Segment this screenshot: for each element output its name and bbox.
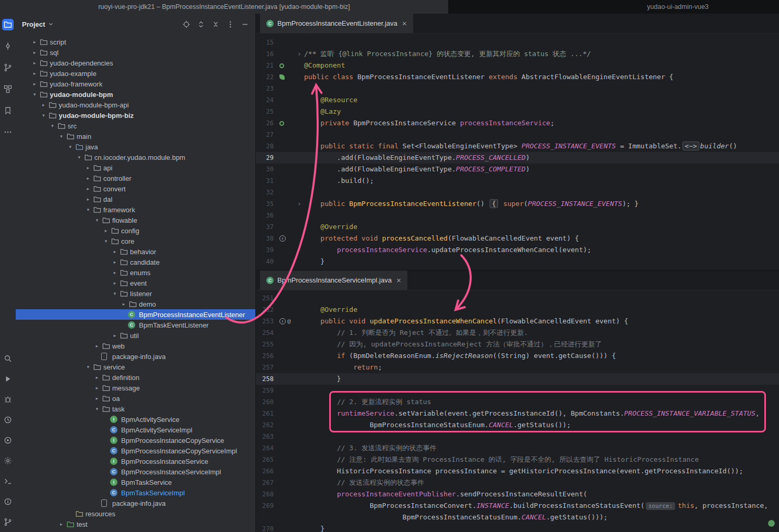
services-icon[interactable]: [2, 435, 14, 446]
expand-all-button[interactable]: [197, 20, 205, 28]
tree-item-dal[interactable]: ▸dal: [16, 194, 255, 204]
more-icon[interactable]: [2, 126, 14, 138]
profiler-icon[interactable]: [2, 414, 14, 426]
pull-requests-icon[interactable]: [2, 62, 14, 73]
chevron-icon[interactable]: ▸: [93, 393, 101, 404]
tree-item-yudao-module-bpm-biz[interactable]: ▾yudao-module-bpm-biz: [16, 110, 255, 121]
tree-item-service[interactable]: ▾service: [16, 362, 255, 372]
tree-item-yudao-module-bpm-api[interactable]: ▸yudao-module-bpm-api: [16, 100, 255, 110]
tree-item-framework[interactable]: ▾framework: [16, 204, 255, 215]
chevron-icon[interactable]: ▾: [57, 131, 66, 142]
git-icon[interactable]: [2, 516, 14, 528]
tree-item-enums[interactable]: ▸enums: [16, 267, 255, 278]
commit-icon[interactable]: [2, 40, 14, 52]
chevron-icon[interactable]: ▸: [93, 341, 101, 351]
chevron-icon[interactable]: ▸: [111, 330, 119, 341]
tree-item-message[interactable]: ▸message: [16, 383, 255, 393]
chevron-icon[interactable]: ▸: [102, 225, 110, 236]
code-editor-top[interactable]: 1516›/** 监听 {@link ProcessInstance} 的状态变…: [256, 34, 779, 270]
chevron-icon[interactable]: ▸: [93, 383, 101, 393]
chevron-icon[interactable]: ▸: [30, 58, 39, 68]
tree-item-util[interactable]: ▸util: [16, 330, 255, 341]
tree-item-event[interactable]: ▸event: [16, 278, 255, 288]
chevron-icon[interactable]: ▾: [93, 404, 101, 414]
chevron-icon[interactable]: ▸: [84, 183, 92, 194]
chevron-icon[interactable]: ▸: [30, 47, 39, 58]
project-icon[interactable]: [2, 19, 14, 30]
tree-item-bpmtaskservice[interactable]: IBpmTaskService: [16, 477, 255, 487]
tree-item-yudao-module-bpm[interactable]: ▾yudao-module-bpm: [16, 89, 255, 100]
spring-bean-gutter-icon[interactable]: [279, 74, 285, 80]
tree-item-candidate[interactable]: ▸candidate: [16, 257, 255, 267]
close-icon[interactable]: ×: [396, 276, 401, 285]
tree-item-bpmtaskeventlistener[interactable]: CBpmTaskEventListener: [16, 320, 255, 330]
spring-bean-gutter-icon[interactable]: [279, 121, 284, 126]
project-panel-title[interactable]: Project: [22, 20, 45, 28]
terminal-icon[interactable]: [2, 475, 14, 487]
tree-item-bpmprocessinstanceserviceimpl[interactable]: CBpmProcessInstanceServiceImpl: [16, 466, 255, 477]
panel-options-button[interactable]: [226, 20, 234, 28]
close-icon[interactable]: ×: [402, 19, 407, 28]
tree-item-package-info-java[interactable]: package-info.java: [16, 498, 255, 508]
chevron-down-icon[interactable]: [48, 21, 54, 27]
chevron-icon[interactable]: ▾: [75, 152, 83, 162]
chevron-icon[interactable]: ▸: [84, 194, 92, 204]
tree-item-resources[interactable]: resources: [16, 508, 255, 519]
override-gutter-icon[interactable]: ↑: [279, 318, 286, 324]
chevron-icon[interactable]: ▾: [66, 142, 74, 152]
background-window-title[interactable]: yudao-ui-admin-vue3: [448, 0, 779, 14]
chevron-icon[interactable]: ▸: [111, 278, 119, 288]
debug-icon[interactable]: [2, 394, 14, 405]
fold-marker[interactable]: ›: [295, 48, 304, 60]
tree-item-behavior[interactable]: ▸behavior: [16, 246, 255, 257]
tree-item-definition[interactable]: ▸definition: [16, 372, 255, 383]
chevron-icon[interactable]: ▸: [84, 173, 92, 183]
chevron-icon[interactable]: ▸: [57, 519, 66, 529]
chevron-icon[interactable]: ▸: [30, 37, 39, 47]
tree-item-bpmprocessinstanceeventlistener[interactable]: CBpmProcessInstanceEventListener: [16, 309, 255, 320]
hide-panel-button[interactable]: [241, 20, 249, 28]
tree-item-web[interactable]: ▸web: [16, 341, 255, 351]
tree-item-oa[interactable]: ▸oa: [16, 393, 255, 404]
chevron-icon[interactable]: ▾: [48, 121, 57, 131]
tree-item-bpmprocessinstancecopyserviceimpl[interactable]: CBpmProcessInstanceCopyServiceImpl: [16, 446, 255, 456]
tree-item-core[interactable]: ▾core: [16, 236, 255, 246]
tree-item-flowable[interactable]: ▾flowable: [16, 215, 255, 225]
project-tree[interactable]: ▸script▸sql▸yudao-dependencies▸yudao-exa…: [16, 35, 255, 532]
chevron-icon[interactable]: ▾: [111, 288, 119, 299]
search-icon[interactable]: [2, 353, 14, 364]
chevron-icon[interactable]: ▾: [84, 362, 92, 372]
fold-marker[interactable]: ›: [295, 198, 304, 210]
problems-icon[interactable]: [2, 496, 14, 507]
tree-item-demo[interactable]: ▸demo: [16, 299, 255, 309]
tree-item-script[interactable]: ▸script: [16, 37, 255, 47]
chevron-icon[interactable]: ▸: [39, 100, 48, 110]
tree-item-bpmtaskserviceimpl[interactable]: CBpmTaskServiceImpl: [16, 487, 255, 498]
tab-bpm-process-instance-event-listener[interactable]: C BpmProcessInstanceEventListener.java ×: [260, 14, 413, 33]
tree-item-config[interactable]: ▸config: [16, 225, 255, 236]
spring-bean-gutter-icon[interactable]: [279, 63, 284, 68]
tree-item-test[interactable]: ▸test: [16, 519, 255, 529]
tree-item-yudao-example[interactable]: ▸yudao-example: [16, 68, 255, 79]
tree-item-task[interactable]: ▾task: [16, 404, 255, 414]
tree-item-src[interactable]: ▾src: [16, 121, 255, 131]
chevron-icon[interactable]: ▸: [120, 299, 128, 309]
structure-icon[interactable]: [2, 83, 14, 95]
chevron-icon[interactable]: ▸: [111, 246, 119, 257]
chevron-icon[interactable]: ▾: [84, 204, 92, 215]
tree-item-yudao-framework[interactable]: ▸yudao-framework: [16, 79, 255, 89]
chevron-icon[interactable]: ▸: [30, 68, 39, 79]
tree-item-bpmactivityserviceimpl[interactable]: CBpmActivityServiceImpl: [16, 425, 255, 435]
override-gutter-icon[interactable]: ↑: [279, 235, 286, 242]
chevron-icon[interactable]: ▸: [84, 162, 92, 173]
tree-item-cn-iocoder-yudao-module-bpm[interactable]: ▾cn.iocoder.yudao.module.bpm: [16, 152, 255, 162]
chevron-icon[interactable]: ▸: [30, 79, 39, 89]
chevron-icon[interactable]: ▸: [111, 267, 119, 278]
run-icon[interactable]: [2, 373, 14, 385]
tree-item-yudao-dependencies[interactable]: ▸yudao-dependencies: [16, 58, 255, 68]
chevron-icon[interactable]: ▾: [39, 110, 48, 121]
tree-item-package-info-java[interactable]: package-info.java: [16, 351, 255, 362]
tree-item-bpmprocessinstanceservice[interactable]: IBpmProcessInstanceService: [16, 456, 255, 466]
locate-file-button[interactable]: [182, 20, 190, 28]
chevron-icon[interactable]: ▾: [102, 236, 110, 246]
